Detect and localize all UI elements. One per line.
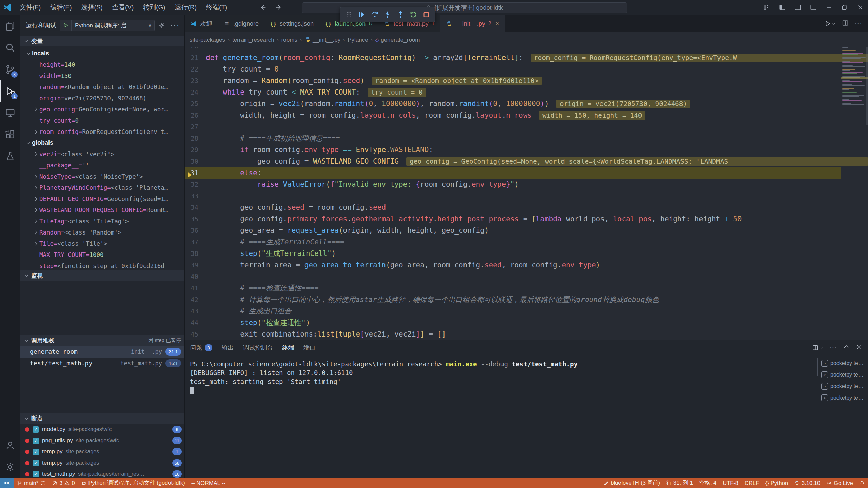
minimap[interactable] bbox=[842, 47, 866, 107]
run-python-file-icon[interactable] bbox=[824, 20, 836, 27]
code-line-37[interactable]: 37 # ====生成TerrainCell==== bbox=[185, 236, 841, 248]
breakpoint-row[interactable]: ✓test_math.pysite-packages\terrain_res…1… bbox=[20, 469, 184, 478]
step-over-icon[interactable] bbox=[369, 9, 380, 20]
code-line-45[interactable]: 45 exit_combinations:list[tuple[vec2i, v… bbox=[185, 328, 841, 340]
breakpoint-row[interactable]: ✓temp.pysite-packages58 bbox=[20, 458, 184, 469]
breadcrumb-item[interactable]: ◇generate_room bbox=[375, 37, 420, 43]
section-callstack[interactable]: 调用堆栈因 step 已暂停 bbox=[20, 335, 184, 346]
split-editor-icon[interactable] bbox=[842, 19, 849, 28]
accounts-icon[interactable] bbox=[0, 434, 20, 456]
variable-row[interactable]: step = <function step at 0x1bf9cd216d bbox=[20, 260, 184, 270]
status-item-right-5[interactable]: {} Python bbox=[762, 478, 791, 488]
variable-row[interactable]: room_config = RoomRequestConfig(env_t… bbox=[20, 126, 184, 137]
toggle-secondary-sidebar-icon[interactable] bbox=[806, 0, 821, 15]
menu-item[interactable]: 选择(S) bbox=[77, 2, 107, 13]
settings-icon[interactable] bbox=[0, 456, 20, 478]
status-item-right-7[interactable]: Go Live bbox=[823, 478, 856, 488]
breakpoint-row[interactable]: ✓png_utils.pysite-packages\wfc11 bbox=[20, 435, 184, 446]
status-item-right-3[interactable]: UTF-8 bbox=[719, 478, 742, 488]
customize-layout-icon[interactable] bbox=[759, 0, 774, 15]
scope-row[interactable]: locals bbox=[20, 48, 184, 59]
menu-item[interactable]: 运行(R) bbox=[171, 2, 201, 13]
code-line-43[interactable]: 43 # 生成出口组合 bbox=[185, 305, 841, 317]
code-line-31[interactable]: 31 else: bbox=[185, 167, 841, 179]
breadcrumb-item[interactable]: Pylance bbox=[348, 37, 368, 43]
code-line-27[interactable]: 27 bbox=[185, 121, 841, 133]
variable-row[interactable]: PlanetaryWindConfig = <class 'Planeta… bbox=[20, 182, 184, 193]
status-item-right-1[interactable]: 行 31, 列 1 bbox=[663, 478, 696, 488]
toggle-panel-icon[interactable] bbox=[790, 0, 806, 15]
terminal-scrollbar[interactable] bbox=[817, 358, 818, 376]
variable-row[interactable]: vec2i = <class 'vec2i'> bbox=[20, 148, 184, 160]
menu-item[interactable]: 编辑(E) bbox=[46, 2, 76, 13]
nav-forward-icon[interactable] bbox=[271, 0, 287, 15]
remote-indicator[interactable]: >< bbox=[0, 478, 14, 488]
code-line-21[interactable]: 21def generate_room(room_config: RoomReq… bbox=[185, 52, 841, 63]
tab-settings.json[interactable]: {}settings.json bbox=[264, 15, 319, 32]
code-line-35[interactable]: 35 geo_config.primary_forces.geothermal_… bbox=[185, 213, 841, 225]
code-line-24[interactable]: 24 while try_count < MAX_TRY_COUNT:try_c… bbox=[185, 86, 841, 98]
code-line-42[interactable]: 42 # 计算每一个出口的中心，然后使用astar生成路径，确保每一个出口组合都… bbox=[185, 294, 841, 305]
panel-tab-端口[interactable]: 端口 bbox=[304, 340, 316, 355]
debug-config-select[interactable]: Python 调试程序: 启 ∨ bbox=[60, 20, 155, 31]
more-actions-icon[interactable]: ··· bbox=[169, 21, 181, 30]
variable-row[interactable]: DEFAULT_GEO_CONFIG = GeoConfig(seed=1… bbox=[20, 193, 184, 204]
status-item-right-2[interactable]: 空格: 4 bbox=[696, 478, 719, 488]
section-variables[interactable]: 变量 bbox=[20, 36, 184, 46]
panel-more-icon[interactable]: ··· bbox=[829, 343, 837, 352]
variable-row[interactable]: random = <Random object at 0x1bf9d01e… bbox=[20, 81, 184, 93]
breakpoint-row[interactable]: ✓temp.pysite-packages1 bbox=[20, 446, 184, 458]
status-item-right-0[interactable]: blueloveTH (3 周前) bbox=[600, 478, 663, 488]
status-item-right-4[interactable]: CRLF bbox=[742, 478, 762, 488]
variable-row[interactable]: Random = <class 'Random'> bbox=[20, 227, 184, 238]
remote-explorer-icon[interactable] bbox=[0, 102, 20, 124]
tab--[interactable]: 欢迎 bbox=[185, 15, 218, 32]
code-line-44[interactable]: 44 step("检查连通性") bbox=[185, 317, 841, 328]
menu-item[interactable]: ··· bbox=[233, 2, 247, 13]
section-watch[interactable]: 监视 bbox=[20, 270, 184, 281]
start-debug-icon[interactable] bbox=[60, 20, 72, 31]
run-debug-icon[interactable]: 1 bbox=[0, 80, 20, 102]
continue-icon[interactable] bbox=[356, 9, 367, 20]
code-line-23[interactable]: 23 random = Random(room_config.seed)rand… bbox=[185, 75, 841, 86]
code-line-39[interactable]: 39 terrain_area = geo_area_to_terrain(ge… bbox=[185, 259, 841, 271]
editor-scrollbar[interactable] bbox=[866, 47, 868, 125]
code-line-28[interactable]: 28 # ====生成初始地理信息==== bbox=[185, 133, 841, 144]
code-editor[interactable]: 2021def generate_room(room_config: RoomR… bbox=[185, 47, 868, 340]
panel-tab-调试控制台[interactable]: 调试控制台 bbox=[243, 340, 273, 355]
tab-__init__.py[interactable]: __init__.py2× bbox=[440, 15, 505, 32]
search-icon[interactable] bbox=[0, 37, 20, 59]
code-line-25[interactable]: 25 origin = vec2i(random.randint(0, 1000… bbox=[185, 98, 841, 109]
tab-.gdignore[interactable]: ≡.gdignore bbox=[218, 15, 264, 32]
code-line-36[interactable]: 36 geo_area = request_area(origin, width… bbox=[185, 225, 841, 236]
variable-row[interactable]: Tile = <class 'Tile'> bbox=[20, 238, 184, 249]
code-line-38[interactable]: 38 step("生成TerrainCell") bbox=[185, 248, 841, 259]
breakpoint-checkbox[interactable]: ✓ bbox=[33, 460, 39, 466]
restart-icon[interactable] bbox=[408, 9, 419, 20]
breadcrumb-item[interactable]: rooms bbox=[281, 37, 297, 43]
step-out-icon[interactable] bbox=[395, 9, 406, 20]
tab-close-icon[interactable]: × bbox=[496, 20, 499, 27]
close-icon[interactable] bbox=[852, 0, 868, 15]
panel-tab-终端[interactable]: 终端 bbox=[282, 340, 294, 355]
extensions-icon[interactable] bbox=[0, 124, 20, 145]
status-item-right-8[interactable] bbox=[856, 478, 868, 488]
stack-frame[interactable]: generate_room__init__.py31:1 bbox=[20, 346, 184, 358]
minimize-icon[interactable] bbox=[821, 0, 837, 15]
variable-row[interactable]: height = 140 bbox=[20, 59, 184, 70]
explorer-icon[interactable] bbox=[0, 15, 20, 37]
section-breakpoints[interactable]: 断点 bbox=[20, 413, 184, 424]
panel-tab-输出[interactable]: 输出 bbox=[222, 340, 234, 355]
source-control-icon[interactable]: 3 bbox=[0, 59, 20, 80]
variable-row[interactable]: __package__ = '' bbox=[20, 160, 184, 171]
split-terminal-icon[interactable] bbox=[812, 344, 823, 351]
breakpoint-checkbox[interactable]: ✓ bbox=[33, 471, 39, 477]
stop-icon[interactable] bbox=[421, 9, 432, 20]
code-line-34[interactable]: 34 geo_config.seed = room_config.seed bbox=[185, 202, 841, 213]
terminal-instance[interactable]: >pocketpy te… bbox=[820, 381, 868, 392]
testing-icon[interactable] bbox=[0, 145, 20, 167]
variable-row[interactable]: WASTELAND_ROOM_REQUEST_CONFIG = RoomR… bbox=[20, 204, 184, 216]
variable-row[interactable]: width = 150 bbox=[20, 70, 184, 81]
terminal-instance[interactable]: >pocketpy te… bbox=[820, 369, 868, 381]
menu-item[interactable]: 终端(T) bbox=[202, 2, 231, 13]
